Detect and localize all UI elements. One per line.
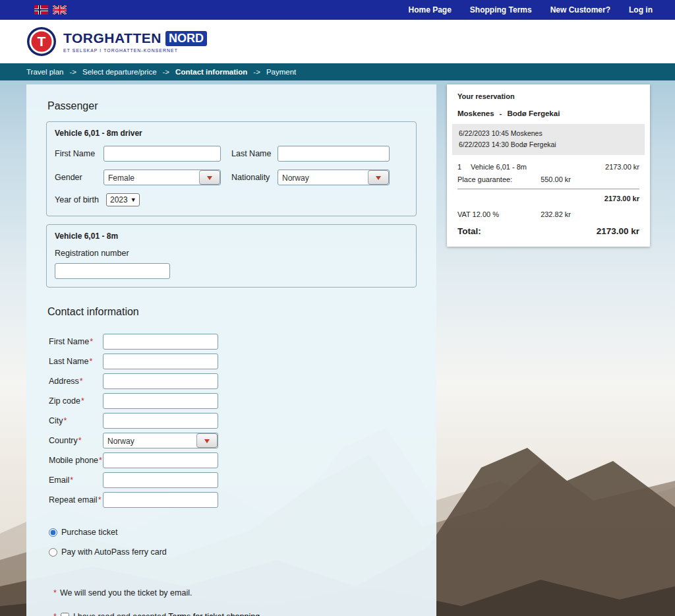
brand-text: TORGHATTEN NORD ET SELSKAP I TORGHATTEN-…	[63, 30, 207, 53]
breadcrumb-separator: ->	[69, 68, 76, 76]
terms-checkbox[interactable]	[61, 613, 69, 616]
brand[interactable]: T TORGHATTEN NORD ET SELSKAP I TORGHATTE…	[26, 26, 207, 57]
year-dropdown-caret-icon: ▼	[131, 197, 136, 203]
city-label: City*	[49, 416, 103, 425]
place-guarantee-row: Place guarantee: 550.00 kr	[457, 175, 639, 189]
total-label: Total:	[457, 226, 481, 236]
purchase-ticket-option[interactable]: Purchase ticket	[49, 528, 417, 537]
departure-line: 6/22/2023 10:45 Moskenes	[459, 128, 638, 139]
breadcrumb-separator: ->	[163, 68, 170, 76]
address-label: Address*	[49, 377, 103, 386]
required-asterisk: *	[80, 377, 83, 386]
route-to: Bodø Fergekai	[507, 109, 560, 117]
gender-dropdown-arrow-icon[interactable]	[199, 170, 220, 185]
driver-last-name-label: Last Name	[231, 149, 278, 158]
vat-amount: 232.82 kr	[541, 210, 571, 218]
breadcrumb-contact-information[interactable]: Contact information	[175, 68, 247, 76]
reservation-departures: 6/22/2023 10:45 Moskenes 6/22/2023 14:30…	[452, 124, 645, 155]
required-asterisk: *	[70, 476, 73, 485]
nav-shopping-terms[interactable]: Shopping Terms	[470, 5, 532, 15]
country-select[interactable]: Norway	[103, 433, 218, 448]
brand-title-nord: NORD	[165, 31, 207, 46]
nationality-select[interactable]: Norway	[278, 169, 390, 185]
mobile-phone-input[interactable]	[103, 452, 218, 468]
required-asterisk: *	[98, 495, 102, 505]
driver-first-name-input[interactable]	[103, 146, 221, 162]
reservation-subtotal: 2173.00 kr	[457, 195, 639, 202]
nav-new-customer[interactable]: New Customer?	[550, 5, 610, 15]
logo-letter: T	[38, 34, 46, 49]
repeat-email-label: Repeat email*	[49, 495, 103, 505]
required-asterisk: *	[90, 337, 93, 346]
route-separator: -	[500, 109, 502, 117]
language-switcher	[34, 5, 67, 15]
year-of-birth-select[interactable]: 2023 ▼	[106, 193, 140, 206]
reservation-title: Your reservation	[457, 92, 639, 100]
email-note: * We will send you the ticket by email.	[53, 588, 417, 598]
contact-first-name-label: First Name*	[49, 337, 103, 346]
email-input[interactable]	[103, 472, 218, 488]
required-asterisk: *	[78, 436, 82, 445]
autopass-radio[interactable]	[49, 548, 57, 557]
email-note-text: We will send you the ticket by email.	[60, 588, 192, 598]
city-input[interactable]	[103, 413, 218, 429]
purchase-ticket-radio[interactable]	[49, 528, 57, 537]
required-asterisk: *	[64, 416, 67, 425]
total-row: Total: 2173.00 kr	[457, 226, 639, 236]
gender-label: Gender	[55, 173, 103, 182]
item-name: Vehicle 6,01 - 8m	[468, 163, 605, 171]
autopass-option[interactable]: Pay with AutoPass ferry card	[49, 547, 417, 557]
zip-code-input[interactable]	[103, 393, 218, 409]
nationality-dropdown-arrow-icon[interactable]	[368, 170, 389, 185]
top-navigation: Home Page Shopping Terms New Customer? L…	[409, 5, 653, 15]
reservation-summary-panel: Your reservation Moskenes - Bodø Fergeka…	[447, 84, 650, 247]
contact-information-heading: Contact information	[47, 306, 417, 318]
nav-home-page[interactable]: Home Page	[409, 5, 452, 15]
required-asterisk: *	[99, 456, 102, 465]
country-dropdown-arrow-icon[interactable]	[196, 433, 218, 448]
year-of-birth-label: Year of birth	[55, 195, 106, 204]
address-input[interactable]	[103, 373, 218, 389]
vehicle-fieldset-legend: Vehicle 6,01 - 8m	[55, 231, 408, 241]
brand-subtitle: ET SELSKAP I TORGHATTEN-KONSERNET	[63, 48, 207, 53]
arrival-line: 6/22/2023 14:30 Bodø Fergekai	[459, 139, 638, 150]
breadcrumb: Travel plan -> Select departure/price ->…	[0, 63, 675, 80]
purchase-ticket-label: Purchase ticket	[61, 528, 117, 537]
mobile-phone-label: Mobile phone*	[49, 456, 103, 465]
registration-number-input[interactable]	[55, 263, 170, 279]
year-of-birth-value: 2023	[110, 195, 128, 204]
email-label: Email*	[49, 476, 103, 485]
passenger-heading: Passenger	[47, 100, 417, 112]
breadcrumb-travel-plan[interactable]: Travel plan	[26, 68, 63, 76]
reservation-route: Moskenes - Bodø Fergekai	[457, 109, 639, 117]
nationality-label: Nationality	[231, 173, 278, 182]
driver-last-name-input[interactable]	[278, 146, 390, 162]
norwegian-flag-icon[interactable]	[34, 5, 48, 15]
booking-form-panel: Passenger Vehicle 6,01 - 8m driver First…	[26, 84, 436, 616]
driver-fieldset-legend: Vehicle 6,01 - 8m driver	[55, 129, 408, 138]
contact-first-name-input[interactable]	[103, 334, 218, 350]
vat-row: VAT 12.00 % 232.82 kr	[457, 210, 639, 218]
required-asterisk: *	[89, 357, 92, 366]
place-guarantee-label: Place guarantee:	[457, 175, 512, 183]
uk-flag-icon[interactable]	[53, 5, 67, 15]
route-from: Moskenes	[457, 109, 494, 117]
driver-first-name-label: First Name	[55, 149, 103, 158]
zip-code-label: Zip code*	[49, 396, 103, 406]
item-quantity: 1	[457, 163, 468, 171]
required-asterisk: *	[81, 396, 84, 406]
repeat-email-input[interactable]	[103, 492, 218, 508]
required-asterisk: *	[53, 588, 57, 598]
breadcrumb-payment[interactable]: Payment	[266, 68, 296, 76]
breadcrumb-select-departure[interactable]: Select departure/price	[82, 68, 157, 76]
terms-link[interactable]: Terms for ticket shopping	[168, 612, 260, 616]
driver-fieldset: Vehicle 6,01 - 8m driver First Name Last…	[46, 121, 417, 216]
contact-last-name-label: Last Name*	[49, 357, 103, 366]
autopass-label: Pay with AutoPass ferry card	[61, 547, 167, 557]
gender-select[interactable]: Female	[103, 169, 221, 185]
reservation-item-row: 1 Vehicle 6,01 - 8m 2173.00 kr	[457, 163, 639, 171]
nav-log-in[interactable]: Log in	[629, 5, 653, 15]
required-asterisk: *	[53, 612, 57, 616]
breadcrumb-separator: ->	[253, 68, 260, 76]
contact-last-name-input[interactable]	[103, 354, 218, 369]
